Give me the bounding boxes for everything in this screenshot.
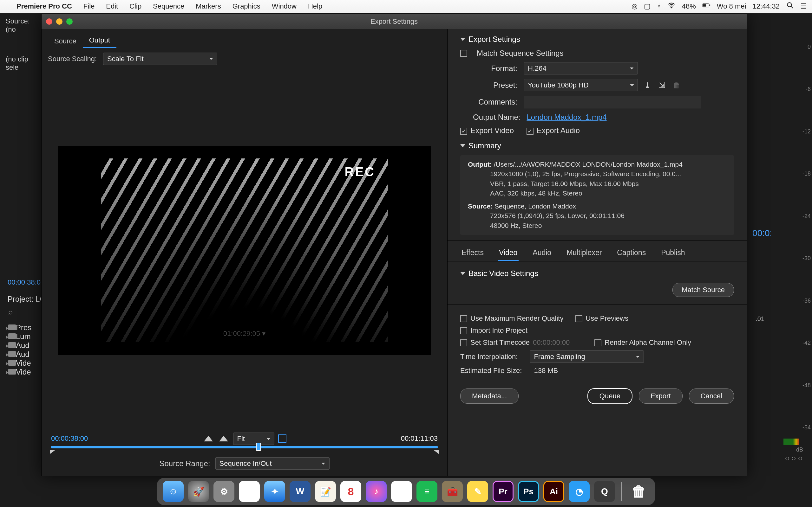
project-bin[interactable]: Vide (6, 368, 32, 377)
format-select[interactable]: H.264 (524, 62, 638, 74)
aspect-toggle-button[interactable] (278, 435, 287, 443)
in-point-handle[interactable] (50, 450, 55, 454)
match-sequence-checkbox[interactable] (460, 50, 467, 57)
dock-app-launchpad[interactable]: 🚀 (188, 481, 209, 502)
project-bin[interactable]: Aud (6, 350, 32, 359)
tab-output[interactable]: Output (83, 34, 116, 48)
import-into-project-checkbox[interactable] (460, 327, 467, 334)
project-bin[interactable]: Vide (6, 359, 32, 368)
menubar-date[interactable]: Wo 8 mei (717, 2, 746, 10)
export-settings-section-header[interactable]: Export Settings (460, 35, 734, 44)
airplay-icon[interactable]: ▢ (644, 2, 651, 10)
creative-cloud-icon[interactable]: ◎ (631, 2, 638, 10)
window-close-button[interactable] (46, 18, 52, 25)
dock-app-photoshop[interactable]: Ps (518, 481, 539, 502)
tab-source[interactable]: Source (48, 35, 83, 48)
export-audio-checkbox[interactable] (526, 128, 534, 135)
out-timecode[interactable]: 00:01:11:03 (401, 435, 438, 443)
mark-in-button[interactable] (204, 436, 213, 441)
out-point-handle[interactable] (434, 450, 439, 454)
dock-app-premiere[interactable]: Pr (493, 481, 513, 502)
source-range-select[interactable]: Sequence In/Out (215, 457, 329, 469)
window-minimize-button[interactable] (56, 18, 62, 25)
cancel-button[interactable]: Cancel (689, 389, 734, 404)
app-menu[interactable]: Premiere Pro CC (11, 2, 78, 10)
window-zoom-button[interactable] (66, 18, 72, 25)
dialog-titlebar[interactable]: Export Settings (42, 14, 747, 29)
mark-out-button[interactable] (219, 436, 228, 441)
spotlight-icon[interactable] (786, 1, 794, 11)
bluetooth-icon[interactable]: ᚼ (657, 2, 661, 10)
dock-app-illustrator[interactable]: Ai (543, 481, 564, 502)
source-scaling-select[interactable]: Scale To Fit (103, 53, 217, 65)
metadata-button[interactable]: Metadata... (460, 389, 519, 404)
dock-app-calendar[interactable]: 8 (340, 481, 361, 502)
dock-app-app-blue[interactable]: ◔ (569, 481, 590, 502)
dock-app-notes[interactable]: ✎ (467, 481, 488, 502)
preset-select[interactable]: YouTube 1080p HD (524, 79, 638, 91)
dock-app-tools[interactable]: 🧰 (442, 481, 463, 502)
menu-graphics[interactable]: Graphics (227, 2, 266, 10)
audio-solo-buttons[interactable]: ○○○ (785, 454, 805, 463)
dock-app-quicktime[interactable]: Q (594, 481, 615, 502)
set-start-timecode-checkbox[interactable] (460, 339, 467, 346)
dock-trash[interactable]: 🗑 (628, 481, 649, 502)
tab-video[interactable]: Video (498, 245, 519, 261)
dock-app-safari-settings[interactable]: ⚙ (213, 481, 235, 502)
use-previews-checkbox[interactable] (575, 315, 582, 322)
max-render-quality-checkbox[interactable] (460, 315, 467, 322)
time-interpolation-select[interactable]: Frame Sampling (530, 350, 644, 363)
menu-icon[interactable]: ☰ (801, 2, 807, 10)
project-bin[interactable]: Pres (6, 323, 32, 332)
dock-app-itunes[interactable]: ♪ (366, 481, 387, 502)
summary-section-header[interactable]: Summary (460, 141, 734, 150)
disclosure-triangle-icon[interactable] (6, 344, 8, 348)
tab-publish[interactable]: Publish (660, 245, 686, 261)
tab-effects[interactable]: Effects (460, 245, 485, 261)
export-button[interactable]: Export (639, 389, 682, 404)
menu-file[interactable]: File (78, 2, 100, 10)
render-alpha-checkbox[interactable] (595, 339, 601, 346)
dock-app-word[interactable]: W (290, 481, 310, 502)
basic-video-settings-header[interactable]: Basic Video Settings (460, 269, 734, 278)
zoom-fit-select[interactable]: Fit (233, 433, 274, 445)
comments-input[interactable] (524, 96, 701, 108)
dock-app-chrome[interactable]: ◉ (239, 481, 260, 502)
disclosure-triangle-icon[interactable] (6, 371, 8, 375)
preview-viewport[interactable]: REC 01:00:29:05 ▾ (58, 146, 431, 355)
menu-edit[interactable]: Edit (100, 2, 124, 10)
in-timecode[interactable]: 00:00:38:00 (51, 435, 88, 443)
menu-window[interactable]: Window (266, 2, 302, 10)
export-video-checkbox[interactable] (460, 128, 467, 135)
dock-app-finder[interactable]: ☺ (163, 481, 184, 502)
menu-markers[interactable]: Markers (190, 2, 226, 10)
dock-app-spotify[interactable]: ≡ (416, 481, 438, 502)
start-timecode-value[interactable]: 00:00:00:00 (533, 338, 570, 346)
playhead-handle[interactable] (256, 443, 261, 451)
save-preset-icon[interactable]: ⤓ (642, 80, 653, 90)
disclosure-triangle-icon[interactable] (6, 353, 8, 357)
menu-clip[interactable]: Clip (124, 2, 147, 10)
menubar-time[interactable]: 12:44:32 (752, 2, 780, 10)
range-slider[interactable] (51, 446, 438, 448)
import-preset-icon[interactable]: ⇲ (657, 80, 667, 90)
menu-sequence[interactable]: Sequence (147, 2, 190, 10)
dock-app-photos[interactable]: ✿ (391, 481, 412, 502)
match-source-button[interactable]: Match Source (672, 283, 734, 297)
tab-captions[interactable]: Captions (616, 245, 647, 261)
menu-help[interactable]: Help (302, 2, 328, 10)
dock-app-safari[interactable]: ✦ (264, 481, 285, 502)
disclosure-triangle-icon[interactable] (6, 335, 8, 339)
wifi-icon[interactable] (667, 1, 676, 11)
disclosure-triangle-icon[interactable] (6, 362, 8, 366)
disclosure-triangle-icon[interactable] (6, 326, 8, 330)
dock-app-notes-app[interactable]: 📝 (315, 481, 336, 502)
output-name-link[interactable]: London Maddox_1.mp4 (526, 113, 606, 122)
battery-icon[interactable] (702, 1, 711, 11)
project-search[interactable]: ⌕ (6, 307, 13, 316)
project-bin[interactable]: Lum (6, 332, 32, 341)
tab-audio[interactable]: Audio (531, 245, 553, 261)
tab-multiplexer[interactable]: Multiplexer (565, 245, 603, 261)
queue-button[interactable]: Queue (588, 388, 632, 404)
project-bin[interactable]: Aud (6, 341, 32, 350)
